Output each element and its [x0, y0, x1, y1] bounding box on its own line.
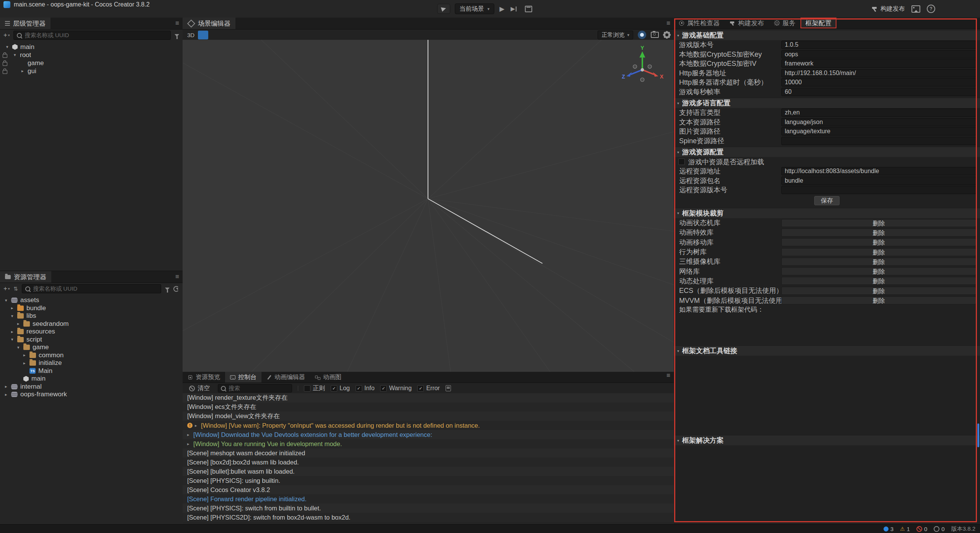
asset-row[interactable]: ▾ game	[0, 343, 183, 352]
orientation-gizmo[interactable]: Y X Z	[620, 45, 665, 90]
gizmo-z-label[interactable]: Z	[622, 74, 625, 80]
lock-icon[interactable]	[3, 54, 7, 58]
asset-row[interactable]: ▸ oops-framework	[0, 391, 183, 399]
menu-item[interactable]	[21, 9, 28, 10]
hierarchy-row[interactable]: game	[0, 59, 183, 67]
log-level-toggle[interactable]: Log	[331, 385, 350, 392]
scene-tool-button[interactable]	[222, 31, 233, 39]
log-row[interactable]: ▸ [Window] You are running Vue in develo…	[183, 439, 674, 448]
expand-arrow[interactable]: ▸	[11, 329, 17, 334]
menu-item[interactable]	[35, 9, 42, 10]
expand-arrow[interactable]: ▾	[5, 298, 11, 303]
remote-load-checkbox[interactable]	[678, 159, 685, 165]
expand-arrow[interactable]: ▸	[187, 441, 191, 446]
window-button[interactable]	[942, 0, 954, 18]
solution-link[interactable]	[674, 465, 980, 475]
scrollbar-thumb[interactable]	[977, 423, 979, 447]
log-row[interactable]: ▸ [Scene] meshopt wasm decoder initializ…	[183, 448, 674, 458]
create-asset-button[interactable]: +▾	[3, 285, 10, 293]
status-counter[interactable]: 0	[934, 526, 944, 532]
delete-module-button[interactable]: 删除	[781, 219, 976, 227]
inspector-tab[interactable]: 框架配置	[800, 18, 836, 28]
scene-tool-button[interactable]	[210, 31, 220, 39]
field-input[interactable]: 1.0.5	[781, 41, 976, 49]
asset-row[interactable]: ▾ libs	[0, 312, 183, 320]
doc-link[interactable]	[674, 366, 980, 376]
hierarchy-row[interactable]: ▾ main	[0, 43, 183, 51]
menu-item[interactable]	[42, 9, 49, 10]
hierarchy-row[interactable]: ▾ root	[0, 51, 183, 59]
expand-arrow[interactable]: ▾	[14, 52, 20, 57]
expand-arrow[interactable]: ▸	[17, 321, 23, 326]
asset-row[interactable]: main	[0, 375, 183, 383]
log-row[interactable]: ▸ [Window] Download the Vue Devtools ext…	[183, 430, 674, 439]
expand-arrow[interactable]: ▸	[23, 361, 29, 366]
expand-arrow[interactable]: ▾	[11, 314, 17, 319]
scene-select[interactable]: 当前场景 ▾	[455, 3, 494, 14]
menu-item[interactable]	[1, 9, 8, 10]
doc-link[interactable]	[674, 385, 980, 395]
field-input[interactable]: http://localhost:8083/assets/bundle	[781, 167, 976, 175]
scene-tab[interactable]: 场景编辑器	[183, 18, 235, 29]
log-row[interactable]: ▸ [Scene] [PHYSICS2D]: switch from box2d…	[183, 513, 674, 522]
hierarchy-tab[interactable]: 层级管理器	[0, 18, 51, 29]
save-button[interactable]: 保存	[814, 196, 840, 205]
expand-arrow[interactable]: ▸	[21, 69, 28, 74]
log-level-toggle[interactable]: Error	[417, 385, 440, 392]
inspector-tab[interactable]: 构建发布	[725, 18, 769, 28]
field-input[interactable]: http://192.168.0.150/main/	[781, 69, 976, 77]
step-button[interactable]: ▶	[510, 5, 518, 12]
menu-item[interactable]	[15, 9, 21, 10]
inspector-tab[interactable]: 服务	[769, 18, 800, 28]
create-node-button[interactable]: +▾	[3, 31, 10, 39]
expand-arrow[interactable]: ▸	[195, 423, 199, 428]
lock-icon[interactable]	[3, 70, 7, 74]
log-row[interactable]: ▸ [Scene] [PHYSICS]: using builtin.	[183, 476, 674, 485]
delete-module-button[interactable]: 删除	[781, 248, 976, 256]
scene-tool-button[interactable]	[198, 31, 208, 39]
delete-module-button[interactable]: 删除	[781, 267, 976, 275]
filter-icon[interactable]	[165, 288, 170, 290]
section-docs-header[interactable]: ▾ 框架文档工具链接	[674, 345, 980, 356]
camera-icon[interactable]	[651, 32, 659, 38]
console-tab[interactable]: 资源预览	[183, 372, 225, 383]
status-counter[interactable]: 1	[900, 526, 910, 532]
gizmo-y-label[interactable]: Y	[640, 45, 644, 51]
image-icon[interactable]	[911, 5, 920, 13]
filter-icon[interactable]	[175, 34, 179, 37]
console-log-list[interactable]: ▸ [Window] render_texture文件夹存在 ▸ [Window…	[183, 393, 674, 525]
gear-icon[interactable]	[665, 33, 669, 37]
sort-icon[interactable]: ⇅	[13, 286, 18, 292]
gizmo-x-label[interactable]: X	[660, 74, 664, 80]
log-row[interactable]: ▸ [Scene] Forward render pipeline initia…	[183, 494, 674, 504]
window-button[interactable]	[966, 0, 978, 18]
log-level-toggle[interactable]: Warning	[380, 385, 412, 392]
solution-link[interactable]	[674, 455, 980, 465]
section-solutions-header[interactable]: ▾ 框架解决方案	[674, 435, 980, 445]
delete-module-button[interactable]: 删除	[781, 277, 976, 285]
window-button[interactable]	[954, 0, 966, 18]
expand-arrow[interactable]: ▸	[11, 306, 17, 311]
field-input[interactable]: bundle	[781, 177, 976, 185]
build-publish-button[interactable]: 构建发布	[871, 5, 905, 13]
asset-row[interactable]: ▸ internal	[0, 383, 183, 391]
expand-arrow[interactable]: ▸	[5, 384, 11, 389]
expand-arrow[interactable]: ▸	[5, 392, 11, 397]
asset-row[interactable]: ▸ initialize	[0, 359, 183, 367]
solution-link[interactable]	[674, 475, 980, 485]
field-input[interactable]: language/texture	[781, 127, 976, 136]
delete-module-button[interactable]: 删除	[781, 258, 976, 266]
play-button[interactable]: ▶	[499, 5, 505, 13]
asset-row[interactable]: ▸ bundle	[0, 304, 183, 312]
log-row[interactable]: ▸ [Scene] Cocos Creator v3.8.2	[183, 485, 674, 494]
scene-viewport[interactable]: Y X Z	[183, 40, 674, 372]
status-counter[interactable]: 0	[916, 526, 927, 532]
expand-arrow[interactable]: ▸	[23, 353, 29, 358]
assets-search-input[interactable]: 搜索名称或 UUID	[22, 284, 161, 293]
scene-tool-button[interactable]: 3D	[186, 31, 196, 39]
asset-row[interactable]: ▸ seedrandom	[0, 320, 183, 328]
solution-link[interactable]	[674, 494, 980, 504]
delete-module-button[interactable]: 删除	[781, 238, 976, 246]
log-row[interactable]: ▸ [Window] ecs文件夹存在	[183, 402, 674, 412]
console-search-input[interactable]: 搜索	[218, 384, 292, 392]
